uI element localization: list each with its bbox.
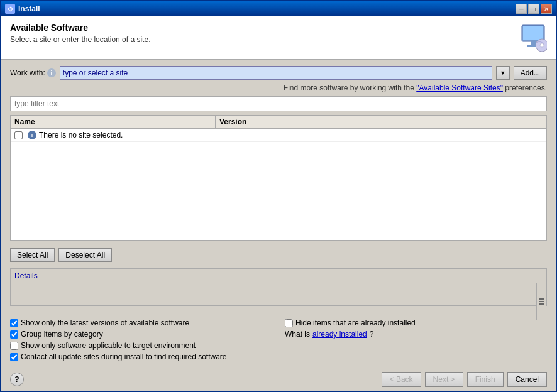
minimize-button[interactable]: ─: [516, 4, 527, 14]
install-window: ⚙ Install ─ □ ✕ Available Software Selec…: [0, 0, 557, 392]
show-latest-checkbox[interactable]: [10, 319, 18, 327]
work-with-row: Work with: i ▼ Add...: [10, 66, 547, 80]
select-row: Select All Deselect All: [10, 244, 547, 264]
help-button[interactable]: ?: [10, 373, 24, 386]
deselect-all-button[interactable]: Deselect All: [58, 248, 112, 262]
column-header-name: Name: [11, 116, 216, 128]
filter-input[interactable]: [10, 96, 547, 111]
title-bar: ⚙ Install ─ □ ✕: [1, 1, 556, 16]
no-site-message: There is no site selected.: [39, 131, 123, 139]
table-body: i There is no site selected.: [11, 129, 546, 240]
scroll-handle[interactable]: [536, 283, 546, 320]
header-area: Available Software Select a site or ente…: [1, 16, 556, 60]
group-category-checkbox[interactable]: [10, 330, 18, 339]
add-button[interactable]: Add...: [514, 66, 547, 80]
available-software-sites-link[interactable]: "Available Software Sites": [416, 84, 503, 92]
header-icon-svg: [517, 23, 547, 53]
contact-update-label: Contact all update sites during install …: [21, 352, 227, 361]
show-applicable-label: Show only software applicable to target …: [21, 341, 196, 350]
footer: ? < Back Next > Finish Cancel: [1, 368, 556, 391]
window-title: Install: [18, 4, 40, 13]
back-button[interactable]: < Back: [382, 372, 421, 387]
contact-update-checkbox[interactable]: [10, 353, 18, 361]
title-bar-left: ⚙ Install: [5, 4, 40, 14]
table-cell-name: i There is no site selected.: [14, 131, 123, 139]
window-icon: ⚙: [5, 4, 15, 14]
restore-button[interactable]: □: [528, 4, 539, 14]
find-more-suffix: preferences.: [503, 84, 547, 92]
group-category-row: Group items by category: [10, 330, 272, 339]
footer-right: < Back Next > Finish Cancel: [382, 372, 547, 387]
already-installed-link[interactable]: already installed: [312, 330, 367, 339]
checkboxes-area: Show only the latest versions of availab…: [1, 312, 556, 368]
close-button[interactable]: ✕: [541, 4, 552, 14]
already-installed-prefix: What is: [285, 330, 310, 339]
main-content: Work with: i ▼ Add... Find more software…: [1, 60, 556, 312]
column-header-extra: [341, 116, 546, 128]
table-header: Name Version: [11, 116, 546, 129]
page-title: Available Software: [10, 23, 150, 33]
scroll-line-1: [539, 298, 544, 300]
show-latest-row: Show only the latest versions of availab…: [10, 318, 272, 327]
software-table: Name Version i There is no site selected…: [10, 115, 547, 241]
monitor-cd-icon: [517, 23, 547, 53]
work-with-text: Work with:: [10, 68, 45, 77]
select-all-button[interactable]: Select All: [10, 248, 55, 262]
show-latest-label: Show only the latest versions of availab…: [21, 318, 189, 327]
svg-rect-2: [531, 41, 536, 45]
hide-installed-row: Hide items that are already installed: [285, 318, 547, 327]
column-header-version: Version: [216, 116, 341, 128]
show-applicable-checkbox[interactable]: [10, 342, 18, 350]
svg-point-5: [540, 43, 544, 47]
details-section: Details: [10, 268, 547, 306]
work-with-label: Work with: i: [10, 68, 56, 77]
work-with-info-icon[interactable]: i: [47, 68, 56, 77]
row-info-icon: i: [28, 131, 36, 139]
details-header[interactable]: Details: [11, 269, 546, 283]
row-checkbox[interactable]: [14, 131, 23, 139]
find-more-prefix: Find more software by working with the: [284, 84, 416, 92]
find-more-row: Find more software by working with the "…: [10, 84, 547, 92]
table-row: i There is no site selected.: [11, 129, 546, 142]
group-category-label: Group items by category: [21, 330, 103, 339]
scroll-line-3: [539, 303, 544, 305]
footer-left: ?: [10, 373, 24, 386]
svg-rect-1: [523, 26, 543, 40]
next-button[interactable]: Next >: [425, 372, 463, 387]
page-subtitle: Select a site or enter the location of a…: [10, 35, 150, 44]
site-input[interactable]: [60, 66, 492, 80]
already-installed-suffix: ?: [370, 330, 374, 339]
hide-installed-checkbox[interactable]: [285, 319, 293, 327]
scroll-line-2: [539, 301, 544, 302]
site-dropdown-button[interactable]: ▼: [496, 66, 510, 80]
finish-button[interactable]: Finish: [467, 372, 504, 387]
already-installed-row: What is already installed ?: [285, 330, 547, 339]
cancel-button[interactable]: Cancel: [507, 372, 547, 387]
contact-update-row: Contact all update sites during install …: [10, 352, 272, 361]
hide-installed-label: Hide items that are already installed: [295, 318, 416, 327]
header-text: Available Software Select a site or ente…: [10, 23, 150, 44]
title-buttons: ─ □ ✕: [516, 4, 552, 14]
show-applicable-row: Show only software applicable to target …: [10, 341, 272, 350]
